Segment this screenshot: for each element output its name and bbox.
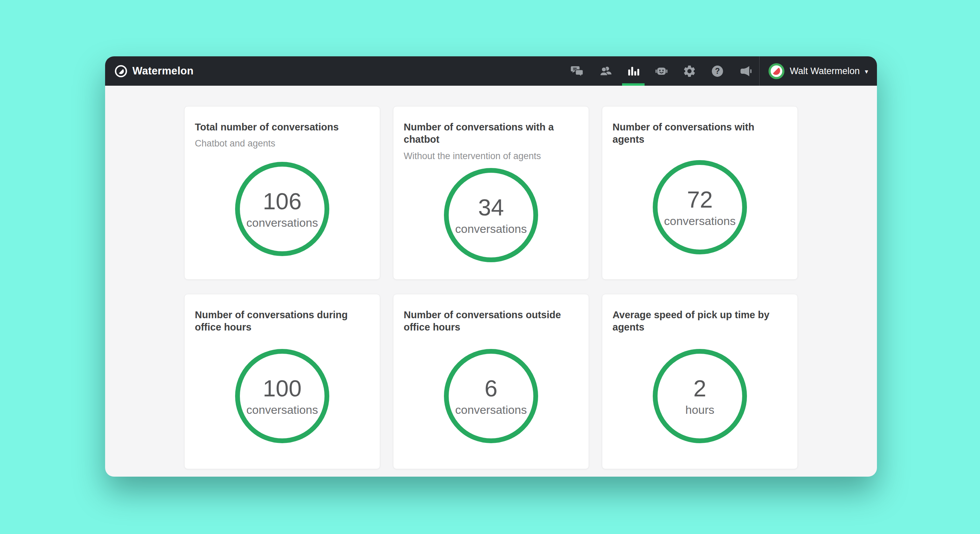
stat-value: 6 (485, 376, 498, 401)
stat-card-outside-office-hours-conversations: Number of conversations outside office h… (393, 294, 589, 469)
card-title: Number of conversations outside office h… (404, 309, 578, 333)
robot-icon (654, 64, 668, 78)
app-window: Watermelon (105, 56, 877, 477)
card-subtitle: Chatbot and agents (195, 138, 369, 149)
stat-circle: 100 conversations (235, 349, 329, 443)
card-title: Number of conversations with a chatbot (404, 121, 578, 146)
users-icon (598, 64, 612, 78)
stat-value: 72 (687, 187, 713, 212)
nav-contacts-button[interactable] (591, 56, 619, 86)
stat-value: 106 (263, 188, 301, 214)
card-title: Number of conversations with agents (612, 121, 787, 146)
nav-announcements-button[interactable] (731, 56, 759, 86)
stats-grid: Total number of conversations Chatbot an… (184, 106, 798, 469)
statistics-page: Total number of conversations Chatbot an… (105, 86, 877, 477)
user-avatar (768, 63, 784, 79)
nav-help-button[interactable]: ? (703, 56, 731, 86)
stat-circle: 2 hours (653, 349, 747, 443)
stat-unit: conversations (664, 214, 736, 228)
card-title: Total number of conversations (195, 121, 369, 133)
brand-title: Watermelon (132, 65, 194, 77)
gear-icon (682, 64, 697, 78)
megaphone-icon (738, 64, 752, 78)
stat-circle: 6 conversations (444, 349, 538, 443)
chevron-down-icon: ▾ (865, 68, 868, 75)
nav-conversations-button[interactable] (563, 56, 591, 86)
stat-unit: conversations (455, 403, 527, 416)
stat-circle: 34 conversations (444, 168, 538, 262)
nav-actions: ? Walt Watermelon ▾ (563, 56, 877, 86)
stat-value: 34 (478, 194, 504, 220)
top-navbar: Watermelon (105, 56, 877, 86)
chat-bubbles-icon (571, 64, 584, 78)
stat-card-chatbot-conversations: Number of conversations with a chatbot W… (393, 106, 589, 280)
active-tab-indicator (622, 83, 644, 86)
stat-circle: 72 conversations (653, 160, 747, 254)
stat-card-total-conversations: Total number of conversations Chatbot an… (184, 106, 380, 280)
nav-chatbot-button[interactable] (647, 56, 675, 86)
nav-settings-button[interactable] (675, 56, 703, 86)
stat-unit: conversations (247, 403, 318, 416)
brand: Watermelon (115, 65, 194, 78)
question-circle-icon: ? (710, 64, 724, 78)
card-subtitle: Without the intervention of agents (404, 151, 578, 161)
user-menu[interactable]: Walt Watermelon ▾ (760, 56, 877, 86)
stat-card-office-hours-conversations: Number of conversations during office ho… (184, 294, 380, 469)
card-title: Number of conversations during office ho… (195, 309, 369, 333)
stat-unit: hours (685, 403, 714, 416)
svg-text:?: ? (715, 67, 720, 75)
bar-chart-icon (627, 64, 641, 78)
stat-card-pickup-speed: Average speed of pick up time by agents … (602, 294, 798, 469)
stat-value: 100 (263, 376, 301, 401)
stat-unit: conversations (247, 216, 318, 230)
stat-value: 2 (694, 376, 706, 401)
card-title: Average speed of pick up time by agents (612, 309, 787, 333)
nav-statistics-button[interactable] (619, 56, 647, 86)
stat-circle: 106 conversations (235, 162, 329, 256)
stat-unit: conversations (455, 222, 527, 236)
stat-card-agent-conversations: Number of conversations with agents 72 c… (602, 106, 798, 280)
watermelon-logo-icon (115, 65, 127, 78)
user-name: Walt Watermelon (790, 66, 859, 77)
